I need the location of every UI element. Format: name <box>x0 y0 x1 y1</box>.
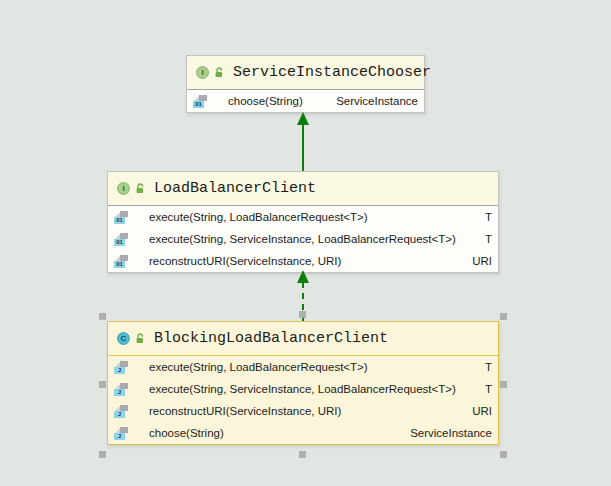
class-name: ServiceInstanceChooser <box>233 64 431 81</box>
class-node-blocking-load-balancer-client[interactable]: C BlockingLoadBalancerClient J execute(S… <box>107 321 499 445</box>
uml-diagram-canvas[interactable]: I ServiceInstanceChooser 01 choose(Strin… <box>0 0 611 486</box>
selection-handle-middle-right[interactable] <box>500 381 507 388</box>
method-row[interactable]: J execute(String, LoadBalancerRequest<T>… <box>108 356 498 378</box>
method-icon: J <box>114 427 128 440</box>
class-node-service-instance-chooser[interactable]: I ServiceInstanceChooser 01 choose(Strin… <box>186 55 425 113</box>
node-header: I ServiceInstanceChooser <box>187 56 424 90</box>
method-return-type: URI <box>468 255 492 267</box>
method-signature: execute(String, LoadBalancerRequest<T>) <box>149 361 368 373</box>
method-row[interactable]: J execute(String, ServiceInstance, LoadB… <box>108 378 498 400</box>
method-return-type: ServiceInstance <box>332 95 418 107</box>
selection-handle-top-left[interactable] <box>99 313 106 320</box>
class-name: LoadBalancerClient <box>154 180 316 197</box>
class-name: BlockingLoadBalancerClient <box>154 330 388 347</box>
selection-handle-middle-left[interactable] <box>99 381 106 388</box>
node-body: 01 choose(String) ServiceInstance <box>187 90 424 112</box>
extends-edge[interactable] <box>302 124 304 171</box>
method-icon: J <box>114 361 128 374</box>
method-signature: reconstructURI(ServiceInstance, URI) <box>149 405 341 417</box>
method-return-type: T <box>481 233 492 245</box>
node-header: I LoadBalancerClient <box>108 172 498 206</box>
method-row[interactable]: J choose(String) ServiceInstance <box>108 422 498 444</box>
method-signature: reconstructURI(ServiceInstance, URI) <box>149 255 341 267</box>
method-return-type: T <box>481 361 492 373</box>
selection-handle-bottom-middle[interactable] <box>299 451 306 458</box>
node-body: J execute(String, LoadBalancerRequest<T>… <box>108 356 498 444</box>
method-row[interactable]: J reconstructURI(ServiceInstance, URI) U… <box>108 400 498 422</box>
method-return-type: T <box>481 383 492 395</box>
method-icon: 01 <box>114 211 128 224</box>
method-return-type: URI <box>468 405 492 417</box>
method-row[interactable]: 01 execute(String, LoadBalancerRequest<T… <box>108 206 498 228</box>
class-icon: C <box>117 332 130 345</box>
method-signature: execute(String, ServiceInstance, LoadBal… <box>149 233 456 245</box>
method-return-type: T <box>481 211 492 223</box>
method-return-type: ServiceInstance <box>406 427 492 439</box>
open-lock-icon <box>214 64 224 82</box>
open-lock-icon <box>135 180 145 198</box>
method-icon: J <box>114 405 128 418</box>
method-row[interactable]: 01 execute(String, ServiceInstance, Load… <box>108 228 498 250</box>
method-signature: choose(String) <box>149 427 224 439</box>
node-body: 01 execute(String, LoadBalancerRequest<T… <box>108 206 498 272</box>
interface-icon: I <box>196 66 209 79</box>
class-node-load-balancer-client[interactable]: I LoadBalancerClient 01 execute(String, … <box>107 171 499 273</box>
node-header: C BlockingLoadBalancerClient <box>108 322 498 356</box>
open-lock-icon <box>135 330 145 348</box>
method-row[interactable]: 01 choose(String) ServiceInstance <box>187 90 424 112</box>
method-icon: 01 <box>193 95 207 108</box>
interface-icon: I <box>117 182 130 195</box>
method-icon: 01 <box>114 233 128 246</box>
method-icon: 01 <box>114 255 128 268</box>
method-icon: J <box>114 383 128 396</box>
method-row[interactable]: 01 reconstructURI(ServiceInstance, URI) … <box>108 250 498 272</box>
method-signature: execute(String, LoadBalancerRequest<T>) <box>149 211 368 223</box>
selection-handle-bottom-right[interactable] <box>500 451 507 458</box>
selection-handle-bottom-left[interactable] <box>99 451 106 458</box>
selection-handle-top-right[interactable] <box>500 313 507 320</box>
method-signature: choose(String) <box>228 95 303 107</box>
selection-handle-top-middle[interactable] <box>299 311 306 318</box>
method-signature: execute(String, ServiceInstance, LoadBal… <box>149 383 456 395</box>
